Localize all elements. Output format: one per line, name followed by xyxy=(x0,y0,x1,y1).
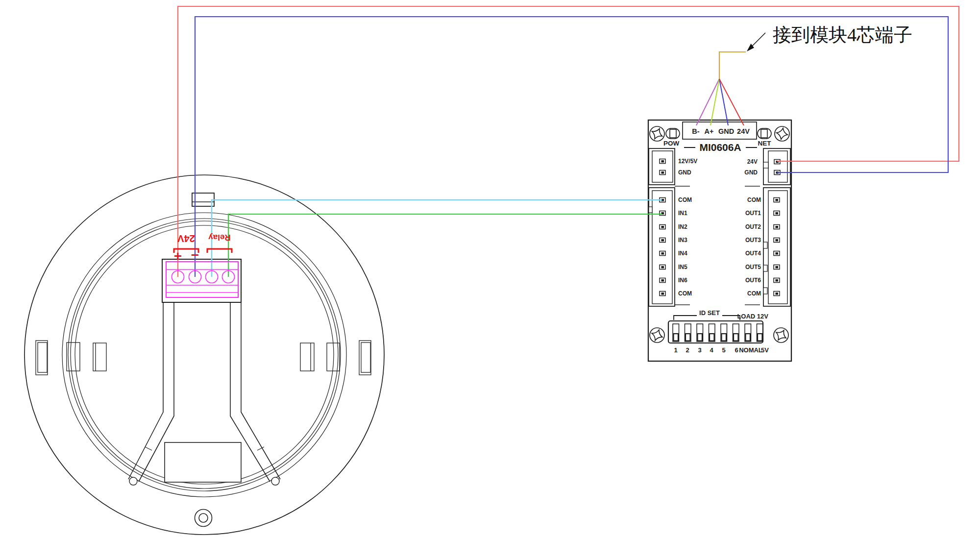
callout-arrow-shaft xyxy=(752,33,765,47)
bus-fan-wire-gnd xyxy=(719,79,728,125)
wire-gnd-blue xyxy=(195,17,948,277)
load-12v-label: LOAD 12V xyxy=(737,313,768,320)
wire-relay-in1-green xyxy=(228,214,662,277)
input-label: IN6 xyxy=(678,277,687,284)
callout-leader-yellow xyxy=(719,52,746,79)
input-label: IN1 xyxy=(678,210,687,217)
connector-notch xyxy=(763,242,767,248)
bus-fan-wire-24v xyxy=(719,79,744,125)
bus-terminal-label: 24V xyxy=(737,127,750,135)
dip-number-label: 3 xyxy=(698,346,701,354)
power-left-label: GND xyxy=(678,169,691,176)
terminal-pin-core xyxy=(662,172,664,174)
input-label: COM xyxy=(678,290,692,297)
connector-notch xyxy=(763,288,767,294)
module-body xyxy=(648,120,791,361)
output-label: OUT5 xyxy=(745,264,761,270)
dip-number-label: 4 xyxy=(710,346,713,354)
terminal-pin-core xyxy=(662,160,664,163)
wire-relay-com-cyan xyxy=(212,200,662,277)
detector-relay-label: Relay xyxy=(208,233,231,242)
net-label: NET xyxy=(758,140,772,147)
dip-number-label: 6 xyxy=(735,346,738,354)
dip-nomal-label: NOMAL xyxy=(739,346,762,354)
id-set-label: ID SET xyxy=(699,309,720,317)
dip-number-label: 2 xyxy=(686,346,689,354)
detector-base xyxy=(24,175,384,535)
output-label: OUT3 xyxy=(745,237,761,244)
dip-number-label: 1 xyxy=(674,346,677,354)
output-label: OUT6 xyxy=(745,277,761,284)
output-label: COM xyxy=(747,290,761,297)
wire-24v-red xyxy=(178,6,959,277)
detector-slot-right-outer xyxy=(359,341,371,375)
wires xyxy=(178,6,959,277)
wiring-diagram-canvas: MI0606A B- A+ GND 24V POW NET 12V/5V GND… xyxy=(0,0,980,539)
polarity-plus-mark: + xyxy=(174,248,182,264)
connector-notch xyxy=(763,162,768,168)
callout-text: 接到模块4芯端子 xyxy=(773,24,912,45)
bus-fan-wire-a-plus xyxy=(710,79,719,125)
detector-channel-foot-right xyxy=(271,477,279,485)
bus-terminal-label: A+ xyxy=(705,127,714,135)
bus-fan-wire-b-minus xyxy=(696,79,719,125)
polarity-minus-mark: − xyxy=(191,247,199,263)
detector-24v-label: 24V xyxy=(177,233,195,244)
io-module xyxy=(648,120,791,361)
input-label: IN5 xyxy=(678,264,687,270)
output-label: OUT2 xyxy=(745,223,761,230)
detector-slot-left-inner xyxy=(93,343,106,371)
detector-center-box xyxy=(165,442,241,482)
detector-slot-right-inner xyxy=(300,343,314,371)
detector-channel-foot-left xyxy=(129,477,137,485)
pow-label: POW xyxy=(663,140,680,147)
bus-terminal-label: GND xyxy=(718,127,734,135)
input-label: IN4 xyxy=(678,250,687,257)
output-label: COM xyxy=(747,196,761,203)
wiring-diagram-page: MI0606A B- A+ GND 24V POW NET 12V/5V GND… xyxy=(0,0,980,539)
output-label: OUT1 xyxy=(745,210,761,217)
output-label: OUT4 xyxy=(745,250,761,257)
dip-number-label: 5 xyxy=(722,346,725,354)
bus-terminal-label: B- xyxy=(692,127,699,135)
detector-slot-left-outer xyxy=(36,341,48,375)
detector-screw-hole xyxy=(195,510,212,527)
module-title: MI0606A xyxy=(699,142,741,153)
callout: 接到模块4芯端子 xyxy=(747,24,912,51)
dip-5v-label: 5V xyxy=(761,346,769,354)
connector-notch xyxy=(649,207,652,213)
power-right-label: GND xyxy=(744,169,758,176)
input-label: IN2 xyxy=(678,223,687,230)
input-label: IN3 xyxy=(678,237,687,244)
input-label: COM xyxy=(678,196,692,203)
detector-terminal-housing xyxy=(162,259,241,302)
power-right-label: 24V xyxy=(747,158,758,165)
power-left-label: 12V/5V xyxy=(678,158,697,165)
connector-notch xyxy=(763,265,767,271)
